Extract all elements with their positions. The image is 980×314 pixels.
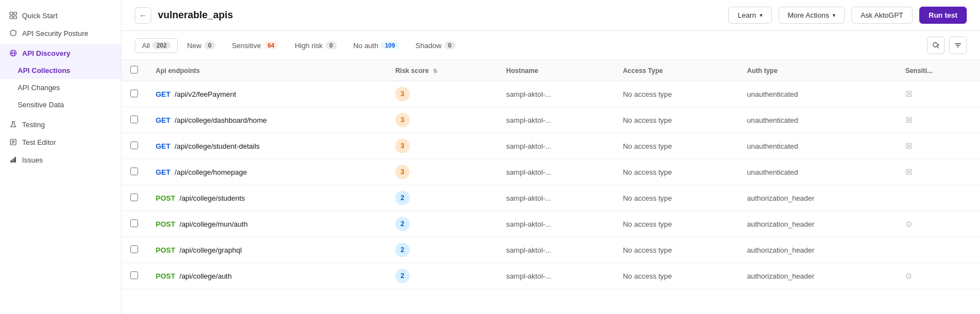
access-type-cell: No access type bbox=[614, 107, 738, 133]
method-label: GET bbox=[156, 168, 171, 176]
back-button[interactable]: ← bbox=[135, 7, 151, 24]
shield-icon bbox=[9, 29, 18, 38]
col-header-sensitive: Sensiti... bbox=[897, 60, 980, 81]
sensitive-icon-cell: ☒ bbox=[897, 81, 980, 107]
sensitive-icon-cell: ⊙ bbox=[897, 211, 980, 237]
filter-tab-sensitive[interactable]: Sensitive64 bbox=[225, 38, 285, 53]
sidebar-item-issues[interactable]: Issues bbox=[0, 151, 121, 169]
col-header-endpoint: Api endpoints bbox=[147, 60, 386, 81]
hostname-cell: sampl-aktol-... bbox=[497, 81, 614, 107]
table-header: Api endpointsRisk score ⇅HostnameAccess … bbox=[121, 60, 980, 81]
table-row[interactable]: GET /api/v2/feePayment 3 sampl-aktol-...… bbox=[121, 81, 980, 107]
risk-score: 3 bbox=[395, 165, 410, 179]
row-checkbox[interactable] bbox=[130, 90, 138, 97]
table-row[interactable]: POST /api/college/mun/auth 2 sampl-aktol… bbox=[121, 211, 980, 237]
sidebar-item-api-collections[interactable]: API Collections bbox=[0, 62, 121, 79]
learn-button[interactable]: Learn ▾ bbox=[728, 7, 771, 24]
filter-tab-high-risk[interactable]: High risk0 bbox=[288, 38, 344, 53]
row-checkbox[interactable] bbox=[130, 271, 138, 279]
row-checkbox[interactable] bbox=[130, 219, 138, 227]
filter-tab-all[interactable]: All202 bbox=[135, 38, 178, 53]
row-checkbox[interactable] bbox=[130, 245, 138, 253]
sidebar-section-testing: Testing Test Editor Issues bbox=[0, 116, 121, 169]
access-type-cell: No access type bbox=[614, 185, 738, 211]
method-label: POST bbox=[156, 272, 175, 280]
table-row[interactable]: GET /api/college/dashboard/home 3 sampl-… bbox=[121, 107, 980, 133]
filter-bar: All202New0Sensitive64High risk0No auth10… bbox=[121, 31, 980, 60]
sidebar-item-api-security-posture[interactable]: API Security Posture bbox=[0, 24, 121, 42]
sidebar-item-quick-start[interactable]: Quick Start bbox=[0, 7, 121, 24]
risk-score: 3 bbox=[395, 87, 410, 101]
auth-type-cell: unauthenticated bbox=[738, 107, 897, 133]
risk-score: 3 bbox=[395, 139, 410, 153]
sidebar-section-api-discovery: API Discovery API Collections API Change… bbox=[0, 44, 121, 113]
table-row[interactable]: GET /api/college/student-details 3 sampl… bbox=[121, 133, 980, 159]
sidebar-item-test-editor[interactable]: Test Editor bbox=[0, 133, 121, 151]
row-checkbox[interactable] bbox=[130, 168, 138, 175]
chevron-down-icon: ▾ bbox=[833, 12, 835, 18]
table-row[interactable]: POST /api/college/graphql 2 sampl-aktol-… bbox=[121, 237, 980, 263]
method-label: POST bbox=[156, 220, 175, 228]
access-type-cell: No access type bbox=[614, 133, 738, 159]
col-header-auth-type: Auth type bbox=[738, 60, 897, 81]
auth-type-cell: unauthenticated bbox=[738, 159, 897, 185]
main-content: ← vulnerable_apis Learn ▾ More Actions ▾… bbox=[121, 0, 980, 314]
run-test-button[interactable]: Run test bbox=[919, 7, 967, 24]
endpoint-path: /api/college/mun/auth bbox=[179, 220, 248, 228]
endpoint-path: /api/college/homepage bbox=[174, 168, 247, 176]
auth-type-cell: unauthenticated bbox=[738, 133, 897, 159]
bar-chart-icon bbox=[9, 155, 18, 164]
sidebar-item-label: API Discovery bbox=[22, 49, 70, 57]
table-body: GET /api/v2/feePayment 3 sampl-aktol-...… bbox=[121, 81, 980, 289]
sensitive-icon-cell bbox=[897, 237, 980, 263]
globe-icon bbox=[9, 49, 18, 57]
access-type-cell: No access type bbox=[614, 237, 738, 263]
method-label: GET bbox=[156, 142, 171, 150]
table-row[interactable]: GET /api/college/homepage 3 sampl-aktol-… bbox=[121, 159, 980, 185]
sidebar-item-label: Quick Start bbox=[22, 12, 57, 20]
endpoint-path: /api/college/students bbox=[179, 194, 245, 202]
auth-type-cell: authorization_header bbox=[738, 185, 897, 211]
hostname-cell: sampl-aktol-... bbox=[497, 159, 614, 185]
col-header-risk: Risk score ⇅ bbox=[386, 60, 497, 81]
sidebar-item-testing[interactable]: Testing bbox=[0, 116, 121, 133]
hostname-cell: sampl-aktol-... bbox=[497, 133, 614, 159]
sidebar-item-api-changes[interactable]: API Changes bbox=[0, 79, 121, 96]
more-actions-button[interactable]: More Actions ▾ bbox=[778, 7, 845, 24]
sidebar-item-label: API Security Posture bbox=[22, 29, 88, 38]
row-checkbox[interactable] bbox=[130, 116, 138, 123]
chevron-down-icon: ▾ bbox=[760, 12, 762, 18]
sidebar-item-label: Sensitive Data bbox=[18, 101, 64, 109]
grid-icon bbox=[9, 11, 18, 20]
access-type-cell: No access type bbox=[614, 211, 738, 237]
sidebar-item-label: Issues bbox=[22, 156, 43, 164]
search-filter-button[interactable] bbox=[927, 36, 945, 54]
sensitive-icon-cell bbox=[897, 185, 980, 211]
sidebar-item-label: API Changes bbox=[18, 83, 60, 92]
svg-rect-12 bbox=[13, 159, 14, 163]
row-checkbox[interactable] bbox=[130, 142, 138, 149]
sensitive-icon-cell: ⊙ bbox=[897, 263, 980, 289]
row-checkbox[interactable] bbox=[130, 193, 138, 201]
filter-tab-no-auth[interactable]: No auth109 bbox=[346, 38, 406, 53]
ask-aktogpt-button[interactable]: Ask AktoGPT bbox=[851, 7, 913, 24]
hostname-cell: sampl-aktol-... bbox=[497, 211, 614, 237]
filter-tab-new[interactable]: New0 bbox=[180, 38, 223, 53]
col-header-checkbox bbox=[121, 60, 147, 81]
endpoint-path: /api/v2/feePayment bbox=[174, 90, 236, 98]
select-all-checkbox[interactable] bbox=[130, 66, 138, 74]
risk-score: 2 bbox=[395, 217, 410, 231]
table-row[interactable]: POST /api/college/students 2 sampl-aktol… bbox=[121, 185, 980, 211]
risk-score: 2 bbox=[395, 243, 410, 257]
sidebar-item-label: Testing bbox=[22, 121, 45, 129]
sidebar-item-sensitive-data[interactable]: Sensitive Data bbox=[0, 96, 121, 113]
filter-tab-shadow[interactable]: Shadow0 bbox=[409, 38, 463, 53]
col-header-hostname: Hostname bbox=[497, 60, 614, 81]
sidebar-item-api-discovery[interactable]: API Discovery bbox=[0, 44, 121, 62]
method-label: GET bbox=[156, 90, 171, 98]
table-row[interactable]: POST /api/college/auth 2 sampl-aktol-...… bbox=[121, 263, 980, 289]
sort-button[interactable] bbox=[949, 36, 967, 54]
sort-icon: ⇅ bbox=[433, 68, 437, 74]
auth-type-cell: authorization_header bbox=[738, 237, 897, 263]
endpoint-path: /api/college/dashboard/home bbox=[174, 116, 267, 124]
